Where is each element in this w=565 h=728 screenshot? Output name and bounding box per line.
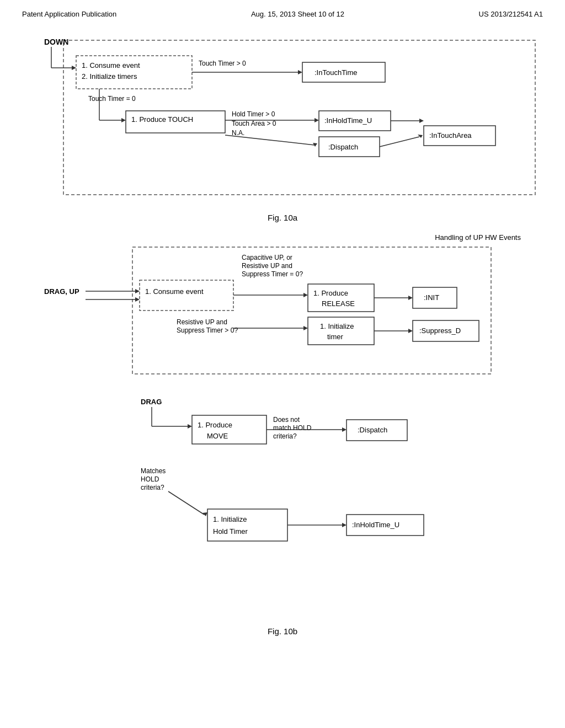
- fig10a-caption: Fig. 10a: [33, 213, 532, 222]
- produce-touch-item: 1. Produce TOUCH: [131, 115, 193, 124]
- fig10b-caption: Fig. 10b: [33, 627, 532, 636]
- res-up-label: Resistive UP and: [242, 262, 292, 270]
- handling-label: Handling of UP HW Events: [33, 233, 521, 242]
- in-hold-time-u-10b: :InHoldTime_U: [352, 521, 399, 529]
- touch-timer-eq0: Touch Timer = 0: [88, 95, 136, 103]
- dispatch-10b: :Dispatch: [358, 426, 387, 434]
- cap-up-label: Capacitive UP, or: [242, 254, 292, 261]
- svg-line-17: [225, 135, 315, 145]
- fig10a-svg: DOWN 1. Consume event 2. Initialize time…: [33, 35, 541, 206]
- header-center: Aug. 15, 2013 Sheet 10 of 12: [251, 10, 344, 18]
- drag-label: DRAG: [141, 398, 162, 406]
- init-timer: 1. Initialize: [320, 322, 354, 330]
- init-hold-timer2: Hold Timer: [213, 527, 248, 536]
- na-label: N.A.: [232, 129, 244, 137]
- consume-event-10b: 1. Consume event: [145, 287, 204, 296]
- svg-marker-43: [188, 424, 192, 429]
- svg-marker-33: [408, 296, 413, 300]
- svg-marker-36: [303, 326, 308, 330]
- matches-hold2: HOLD: [141, 475, 159, 483]
- produce-move2: MOVE: [207, 432, 228, 440]
- svg-rect-50: [207, 509, 287, 541]
- svg-marker-46: [342, 427, 347, 432]
- svg-marker-39: [408, 329, 413, 333]
- header-left: Patent Application Publication: [22, 10, 116, 18]
- init-label: :INIT: [424, 293, 439, 302]
- produce-release: 1. Produce: [313, 289, 348, 297]
- matches-hold: Matches: [141, 467, 166, 475]
- produce-release2: RELEASE: [322, 299, 355, 308]
- svg-marker-6: [298, 70, 302, 74]
- svg-marker-3: [72, 66, 76, 70]
- suppress-timer-0-label: Suppress Timer = 0?: [242, 270, 303, 278]
- touch-area-gt0: Touch Area > 0: [232, 120, 276, 127]
- suppress-d: :Suppress_D: [419, 326, 461, 335]
- svg-marker-30: [303, 293, 308, 297]
- fig10b-svg: DRAG, UP 1. Consume event Capacitive UP,…: [33, 244, 541, 619]
- header-right: US 2013/212541 A1: [479, 10, 543, 18]
- fig10a-container: DOWN 1. Consume event 2. Initialize time…: [0, 24, 565, 658]
- matches-hold3: criteria?: [141, 484, 164, 491]
- svg-marker-27: [135, 297, 140, 302]
- page-header: Patent Application Publication Aug. 15, …: [0, 0, 565, 24]
- svg-marker-13: [315, 118, 319, 122]
- dispatch-10a: :Dispatch: [328, 143, 358, 151]
- res-up2-label: Resistive UP and: [177, 318, 227, 326]
- svg-rect-23: [132, 247, 491, 374]
- svg-marker-10: [121, 118, 126, 122]
- svg-line-20: [380, 137, 419, 147]
- svg-rect-44: [192, 415, 266, 444]
- svg-line-48: [168, 491, 204, 515]
- init-hold-timer: 1. Initialize: [213, 515, 247, 523]
- does-not-match2: match HOLD: [273, 424, 312, 432]
- svg-marker-16: [419, 119, 424, 123]
- init-timer2: timer: [327, 333, 344, 341]
- touch-timer-gt0: Touch Timer > 0: [199, 60, 246, 67]
- svg-marker-52: [342, 523, 347, 527]
- suppress-timer-gt0-label: Suppress Timer > 0?: [177, 326, 238, 334]
- does-not-match3: criteria?: [273, 432, 297, 440]
- svg-marker-25: [135, 289, 140, 293]
- produce-move: 1. Produce: [198, 421, 232, 429]
- down-label: DOWN: [44, 38, 68, 46]
- in-touch-area: :InTouchArea: [429, 131, 472, 140]
- does-not-match: Does not: [273, 416, 300, 424]
- in-touch-time: :InTouchTime: [315, 68, 358, 77]
- hold-timer-gt0: Hold Timer > 0: [232, 110, 275, 118]
- drag-up-label: DRAG, UP: [44, 287, 79, 296]
- in-hold-time-u: :InHoldTime_U: [324, 116, 372, 125]
- item2-label: 2. Initialize timers: [82, 72, 137, 81]
- item1-label: 1. Consume event: [82, 61, 140, 69]
